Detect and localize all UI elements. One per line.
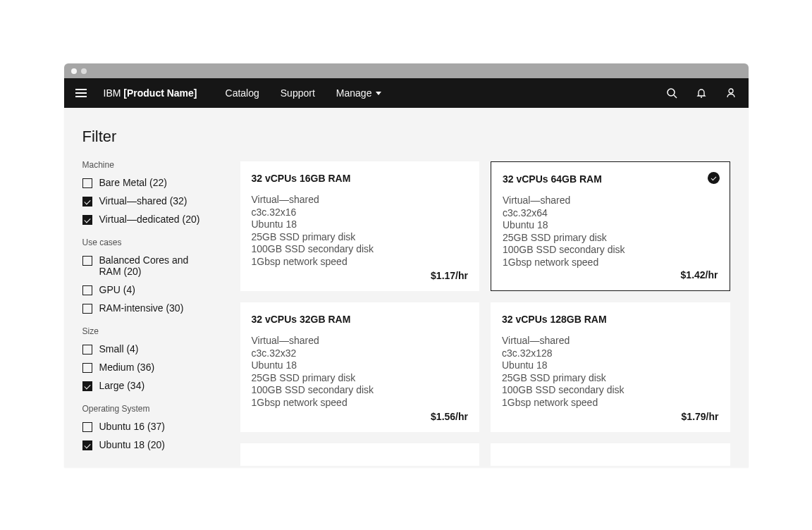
checkmark-icon <box>84 442 90 448</box>
filter-group-heading: Machine <box>82 160 223 170</box>
filter-checkbox-item[interactable]: Large (34) <box>82 380 223 391</box>
instance-card[interactable]: 32 vCPUs 128GB RAMVirtual—sharedc3c.32x1… <box>491 302 730 432</box>
cards-grid: 32 vCPUs 16GB RAMVirtual—sharedc3c.32x16… <box>240 161 730 467</box>
filter-label: Bare Metal (22) <box>99 177 167 188</box>
brand-prefix: IBM <box>104 87 124 99</box>
card-spec-line: 25GB SSD primary disk <box>252 372 469 385</box>
card-spec-line: Ubuntu 18 <box>252 359 469 372</box>
checkbox[interactable] <box>82 197 92 207</box>
instance-card[interactable]: 32 vCPUs 32GB RAMVirtual—sharedc3c.32x32… <box>240 302 480 432</box>
checkbox[interactable] <box>82 304 92 314</box>
card-spec-line: c3c.32x64 <box>503 207 718 220</box>
card-spec-line: Virtual—shared <box>252 335 469 347</box>
card-specs: Virtual—sharedc3c.32x64Ubuntu 1825GB SSD… <box>503 195 718 269</box>
filter-checkbox-item[interactable]: Bare Metal (22) <box>82 177 223 188</box>
notifications-icon[interactable] <box>695 87 708 99</box>
filter-label: Large (34) <box>99 380 145 391</box>
card-spec-line: Virtual—shared <box>252 194 469 207</box>
filter-label: Medium (36) <box>99 362 155 373</box>
checkmark-icon <box>710 175 716 180</box>
checkbox[interactable] <box>82 381 92 391</box>
filter-group: Use casesBalanced Cores and RAM (20)GPU … <box>82 238 223 314</box>
nav-catalog[interactable]: Catalog <box>226 87 259 99</box>
checkbox[interactable] <box>82 215 92 225</box>
card-title: 32 vCPUs 16GB RAM <box>252 173 469 184</box>
card-title: 32 vCPUs 128GB RAM <box>502 314 719 325</box>
card-spec-line: 100GB SSD secondary disk <box>252 384 469 397</box>
filter-label: Ubuntu 16 (37) <box>99 421 165 432</box>
filter-label: RAM-intensive (30) <box>99 302 184 314</box>
filter-checkbox-item[interactable]: Ubuntu 16 (37) <box>82 421 223 432</box>
window-minimize-dot[interactable] <box>81 68 87 74</box>
svg-point-3 <box>729 89 733 93</box>
card-spec-line: 25GB SSD primary disk <box>503 232 718 245</box>
instance-card-placeholder[interactable] <box>491 443 730 466</box>
card-spec-line: 1Gbsp network speed <box>252 397 469 409</box>
nav-icons <box>665 87 737 99</box>
top-nav: IBM [Product Name] Catalog Support Manag… <box>64 78 749 108</box>
card-spec-line: Virtual—shared <box>502 335 719 347</box>
filter-checkbox-item[interactable]: Small (4) <box>82 343 223 355</box>
filter-checkbox-item[interactable]: RAM-intensive (30) <box>82 302 223 314</box>
nav-support[interactable]: Support <box>281 87 315 99</box>
window-chrome <box>64 63 749 78</box>
card-spec-line: 1Gbsp network speed <box>252 256 469 269</box>
instance-card[interactable]: 32 vCPUs 16GB RAMVirtual—sharedc3c.32x16… <box>240 161 480 291</box>
card-spec-line: c3c.32x32 <box>252 347 469 360</box>
card-spec-line: 1Gbsp network speed <box>503 257 718 269</box>
checkbox[interactable] <box>82 256 92 266</box>
checkbox[interactable] <box>82 363 92 373</box>
card-title: 32 vCPUs 64GB RAM <box>503 173 718 185</box>
card-specs: Virtual—sharedc3c.32x32Ubuntu 1825GB SSD… <box>252 335 469 409</box>
filter-label: Virtual—dedicated (20) <box>99 214 200 225</box>
card-spec-line: 25GB SSD primary disk <box>252 231 469 244</box>
filter-group: Operating SystemUbuntu 16 (37)Ubuntu 18 … <box>82 404 223 450</box>
filter-checkbox-item[interactable]: Virtual—shared (32) <box>82 195 223 207</box>
user-icon[interactable] <box>725 87 737 99</box>
filter-checkbox-item[interactable]: GPU (4) <box>82 284 223 295</box>
card-price: $1.42/hr <box>681 269 718 281</box>
app-window: IBM [Product Name] Catalog Support Manag… <box>64 63 749 467</box>
card-spec-line: Ubuntu 18 <box>503 219 718 232</box>
filter-group: MachineBare Metal (22)Virtual—shared (32… <box>82 160 223 225</box>
instance-card-placeholder[interactable] <box>240 443 480 466</box>
card-spec-line: 1Gbsp network speed <box>502 397 719 409</box>
filter-group: SizeSmall (4)Medium (36)Large (34) <box>82 326 223 391</box>
svg-point-0 <box>668 89 675 96</box>
brand-name: [Product Name] <box>123 87 197 99</box>
filter-checkbox-item[interactable]: Ubuntu 18 (20) <box>82 439 223 450</box>
card-spec-line: Ubuntu 18 <box>502 359 719 372</box>
svg-line-1 <box>674 95 677 98</box>
checkmark-icon <box>84 198 90 204</box>
filter-checkbox-item[interactable]: Medium (36) <box>82 362 223 373</box>
checkmark-icon <box>84 383 90 389</box>
brand: IBM [Product Name] <box>104 87 197 99</box>
card-specs: Virtual—sharedc3c.32x16Ubuntu 1825GB SSD… <box>252 194 469 268</box>
filter-label: Ubuntu 18 (20) <box>99 439 165 450</box>
card-price: $1.17/hr <box>431 270 468 281</box>
filter-group-heading: Operating System <box>82 404 223 414</box>
card-spec-line: Virtual—shared <box>503 195 718 207</box>
menu-icon[interactable] <box>75 86 90 100</box>
checkbox[interactable] <box>82 285 92 295</box>
selected-badge-icon <box>708 172 720 184</box>
filter-label: Small (4) <box>99 343 139 355</box>
card-spec-line: 100GB SSD secondary disk <box>252 243 469 256</box>
window-close-dot[interactable] <box>71 68 77 74</box>
nav-manage[interactable]: Manage <box>336 87 382 99</box>
checkbox[interactable] <box>82 440 92 450</box>
checkbox[interactable] <box>82 345 92 355</box>
nav-links: Catalog Support Manage <box>226 87 382 99</box>
instance-card[interactable]: 32 vCPUs 64GB RAMVirtual—sharedc3c.32x64… <box>491 161 730 291</box>
card-price: $1.79/hr <box>682 411 719 422</box>
checkbox[interactable] <box>82 422 92 432</box>
filter-group-heading: Size <box>82 326 223 336</box>
search-icon[interactable] <box>665 87 678 99</box>
card-spec-line: 25GB SSD primary disk <box>502 372 719 385</box>
card-price: $1.56/hr <box>431 411 468 422</box>
filter-checkbox-item[interactable]: Virtual—dedicated (20) <box>82 214 223 225</box>
checkmark-icon <box>84 216 90 223</box>
checkbox[interactable] <box>82 178 92 188</box>
filter-checkbox-item[interactable]: Balanced Cores and RAM (20) <box>82 254 223 277</box>
card-spec-line: 100GB SSD secondary disk <box>503 244 718 257</box>
